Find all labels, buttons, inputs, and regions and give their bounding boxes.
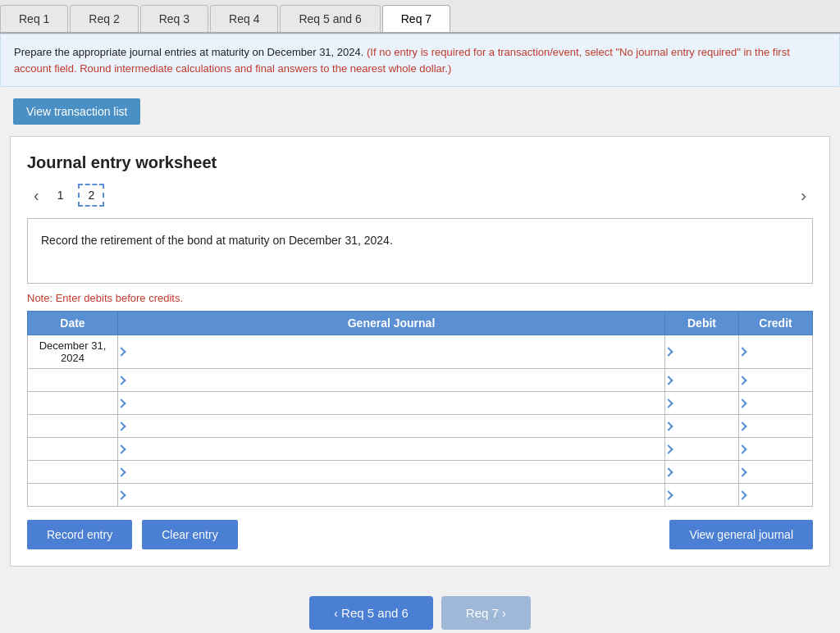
record-entry-button[interactable]: Record entry xyxy=(27,520,132,549)
table-row-credit-6[interactable] xyxy=(739,484,813,507)
table-row-date-5 xyxy=(28,461,118,484)
tabs-bar: Req 1 Req 2 Req 3 Req 4 Req 5 and 6 Req … xyxy=(0,0,840,34)
view-transaction-container: View transaction list xyxy=(13,98,140,125)
col-header-journal: General Journal xyxy=(118,312,665,335)
view-transaction-button[interactable]: View transaction list xyxy=(13,98,140,125)
table-row-credit-1[interactable] xyxy=(739,369,813,392)
table-row-date-0: December 31, 2024 xyxy=(28,335,118,369)
table-row-journal-2[interactable] xyxy=(118,392,665,415)
table-row-journal-4[interactable] xyxy=(118,438,665,461)
table-row-debit-6[interactable] xyxy=(665,484,739,507)
table-row-date-2 xyxy=(28,392,118,415)
instruction-box: Prepare the appropriate journal entries … xyxy=(0,34,840,87)
tab-req7[interactable]: Req 7 xyxy=(382,5,450,32)
journal-table: Date General Journal Debit Credit Decemb… xyxy=(27,311,813,507)
table-row-debit-2[interactable] xyxy=(665,392,739,415)
note-text: Note: Enter debits before credits. xyxy=(27,292,813,304)
tab-req2[interactable]: Req 2 xyxy=(70,5,138,32)
table-row-credit-4[interactable] xyxy=(739,438,813,461)
worksheet-title: Journal entry worksheet xyxy=(27,153,813,172)
page-nav: ‹ 1 2 › xyxy=(27,184,813,207)
table-row-debit-0[interactable] xyxy=(665,335,739,369)
table-row-date-4 xyxy=(28,438,118,461)
view-general-journal-button[interactable]: View general journal xyxy=(669,520,813,549)
col-header-credit: Credit xyxy=(739,312,813,335)
table-row-journal-1[interactable] xyxy=(118,369,665,392)
table-row-journal-3[interactable] xyxy=(118,415,665,438)
table-row-debit-1[interactable] xyxy=(665,369,739,392)
tab-req3[interactable]: Req 3 xyxy=(140,5,208,32)
table-row-debit-4[interactable] xyxy=(665,438,739,461)
col-header-date: Date xyxy=(28,312,118,335)
prev-page-button[interactable]: ‹ xyxy=(27,186,46,205)
table-row-date-3 xyxy=(28,415,118,438)
instruction-static: Prepare the appropriate journal entries … xyxy=(14,46,363,58)
table-row-debit-5[interactable] xyxy=(665,461,739,484)
table-row-journal-5[interactable] xyxy=(118,461,665,484)
table-row-debit-3[interactable] xyxy=(665,415,739,438)
worksheet-container: Journal entry worksheet ‹ 1 2 › Record t… xyxy=(10,136,830,567)
table-row-date-1 xyxy=(28,369,118,392)
table-row-date-6 xyxy=(28,484,118,507)
table-row-credit-3[interactable] xyxy=(739,415,813,438)
entry-description: Record the retirement of the bond at mat… xyxy=(27,218,813,284)
page-1-button[interactable]: 1 xyxy=(49,185,72,205)
tab-req4[interactable]: Req 4 xyxy=(210,5,278,32)
bottom-next-button[interactable]: Req 7 xyxy=(441,596,531,630)
page-2-button[interactable]: 2 xyxy=(78,184,104,207)
bottom-prev-button[interactable]: Req 5 and 6 xyxy=(309,596,433,630)
table-row-credit-0[interactable] xyxy=(739,335,813,369)
tab-req1[interactable]: Req 1 xyxy=(0,5,68,32)
clear-entry-button[interactable]: Clear entry xyxy=(142,520,237,549)
action-buttons-row: Record entry Clear entry View general jo… xyxy=(27,520,813,549)
table-row-credit-5[interactable] xyxy=(739,461,813,484)
table-row-journal-6[interactable] xyxy=(118,484,665,507)
table-row-journal-0[interactable] xyxy=(118,335,665,369)
tab-req5and6[interactable]: Req 5 and 6 xyxy=(280,5,380,32)
next-page-button[interactable]: › xyxy=(794,186,813,205)
col-header-debit: Debit xyxy=(665,312,739,335)
table-row-credit-2[interactable] xyxy=(739,392,813,415)
bottom-nav: Req 5 and 6 Req 7 xyxy=(0,583,840,633)
